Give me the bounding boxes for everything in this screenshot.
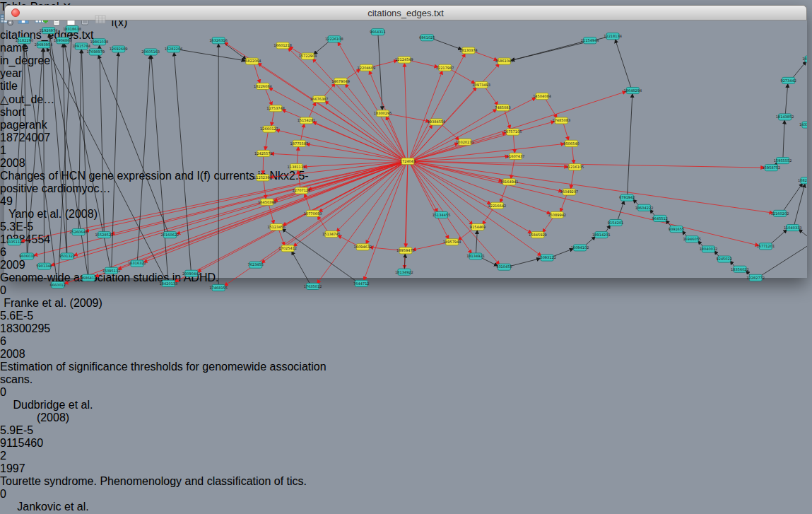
cell[interactable]: 9115460	[0, 437, 64, 450]
graph-node[interactable]: 16771201	[756, 243, 775, 250]
graph-node[interactable]: 18914201	[592, 232, 611, 238]
graph-node[interactable]: 9645512	[652, 215, 668, 221]
cell[interactable]: 2	[0, 450, 67, 462]
graph-node[interactable]: 17635012	[304, 283, 322, 289]
graph-node[interactable]: 14314412	[799, 122, 807, 128]
graph-node[interactable]: 16094102	[571, 245, 589, 251]
cell[interactable]: Estimation of significance thresholds fo…	[0, 361, 343, 386]
graph-node[interactable]: 18130374	[459, 47, 478, 54]
minimize-window-button[interactable]	[25, 8, 33, 17]
graph-node[interactable]: 6660012	[50, 281, 66, 288]
graph-node[interactable]: 16450398	[258, 199, 276, 205]
graph-node[interactable]: 5901344	[36, 263, 52, 269]
graph-node[interactable]: 10827115	[798, 177, 807, 184]
graph-node[interactable]: 11216105	[566, 164, 584, 170]
graph-node[interactable]: 15282206	[165, 46, 183, 52]
graph-node[interactable]: 15089942	[548, 211, 566, 218]
graph-node[interactable]: 10770693	[304, 210, 322, 216]
cell[interactable]: 0	[0, 488, 62, 501]
graph-node[interactable]: 9664311	[370, 29, 385, 35]
graph-node[interactable]: 7485083	[495, 105, 510, 111]
graph-node[interactable]: 21154944	[581, 37, 599, 44]
graph-node[interactable]: 9310455	[496, 264, 512, 270]
graph-node[interactable]: 16094632	[353, 244, 372, 250]
cell[interactable]: Franke et al. (2009)	[0, 297, 106, 310]
graph-node[interactable]: 16948214	[802, 56, 807, 62]
graph-node[interactable]: 12204609	[358, 64, 376, 71]
graph-node[interactable]: 12282772	[746, 274, 765, 281]
graph-node[interactable]: 17468155	[209, 284, 228, 291]
graph-node[interactable]: 18164941	[500, 179, 519, 185]
graph-node[interactable]: 12160202	[771, 210, 789, 216]
graph-node[interactable]: 16049207	[560, 189, 579, 195]
graph-node[interactable]: 18134921	[466, 253, 485, 259]
network-canvas[interactable]: 1724043121245491221798710973493748508316…	[4, 21, 807, 292]
cell[interactable]: 2008	[0, 348, 57, 361]
graph-node[interactable]: 16904860	[54, 37, 72, 44]
graph-node[interactable]: 15095132	[102, 267, 121, 274]
graph-node[interactable]: 9606033	[19, 253, 35, 259]
graph-node[interactable]: 12216642	[488, 202, 506, 209]
graph-node[interactable]: 15134455	[433, 211, 451, 218]
graph-node[interactable]: 11040333	[784, 225, 802, 231]
network-view[interactable]: 1724043121245491221798710973493748508316…	[4, 21, 807, 295]
graph-node[interactable]: 9335112	[6, 239, 22, 245]
cell[interactable]: 5.6E-5	[0, 310, 83, 322]
graph-node[interactable]: 9273442	[780, 77, 796, 83]
graph-node[interactable]: 18300295	[374, 110, 392, 117]
graph-node[interactable]: 15093122	[538, 255, 556, 261]
graph-node[interactable]: 11252394	[254, 175, 272, 181]
cell[interactable]: Dudbridge et al. (2008)	[0, 399, 106, 424]
graph-node[interactable]: 9154201	[608, 219, 623, 226]
graph-node[interactable]: 18318638	[63, 26, 81, 33]
graph-node[interactable]: 20160622	[161, 232, 180, 238]
graph-node[interactable]: 18915784	[72, 43, 90, 49]
graph-node[interactable]: 16676387	[310, 96, 329, 103]
graph-node[interactable]: 16757105	[504, 129, 522, 135]
graph-node[interactable]: 18226084	[254, 83, 272, 89]
cell[interactable]: Tourette syndrome. Phenomenology and cla…	[0, 475, 343, 488]
graph-node[interactable]: 14957944	[443, 239, 461, 245]
graph-node[interactable]: 17485083	[552, 117, 570, 124]
graph-node[interactable]: 16326316	[209, 37, 228, 44]
graph-node[interactable]: 12226108	[325, 36, 343, 42]
graph-node[interactable]: 11607437	[507, 153, 525, 159]
graph-node[interactable]: 15123456	[267, 224, 286, 230]
zoom-window-button[interactable]	[38, 8, 47, 17]
cell[interactable]: 0	[0, 386, 62, 399]
graph-node[interactable]: 1724043	[400, 158, 416, 165]
graph-node[interactable]: 18356022	[731, 266, 749, 272]
graph-node[interactable]: 18040012	[700, 246, 718, 252]
cell[interactable]: 5.9E-5	[0, 424, 83, 437]
graph-node[interactable]: 20090442	[182, 270, 201, 276]
graph-node[interactable]: 21926974	[40, 28, 58, 34]
graph-node[interactable]: 15134745	[322, 231, 341, 238]
graph-node[interactable]: 16946055	[683, 236, 701, 243]
graph-node[interactable]: 10973493	[472, 81, 490, 88]
graph-node[interactable]: 9154469	[470, 224, 486, 230]
graph-node[interactable]: 9506540	[563, 140, 579, 146]
graph-node[interactable]: 17698979	[87, 49, 105, 55]
graph-node[interactable]: 18775587	[290, 140, 309, 146]
graph-node[interactable]: 16316322	[128, 260, 146, 267]
graph-node[interactable]: 14679049	[331, 78, 350, 84]
graph-node[interactable]: 18604222	[635, 204, 654, 211]
graph-node[interactable]: 15958752	[763, 165, 781, 171]
graph-node[interactable]: 12425572	[254, 150, 273, 156]
graph-node[interactable]: 9391655	[669, 226, 684, 233]
graph-node[interactable]: 7644712	[353, 280, 369, 286]
cell[interactable]: 6	[0, 335, 67, 348]
graph-node[interactable]: 10320231	[456, 139, 474, 145]
graph-node[interactable]: 9501322	[59, 253, 75, 259]
graph-node[interactable]: 20605163	[141, 49, 160, 55]
graph-node[interactable]: 11381111	[288, 164, 306, 170]
graph-node[interactable]: 12753748	[266, 105, 285, 112]
graph-node[interactable]: 18959473	[396, 247, 415, 254]
graph-node[interactable]: 12660127	[260, 126, 278, 132]
graph-node[interactable]: 18143852	[776, 114, 794, 120]
close-window-button[interactable]	[11, 8, 20, 17]
graph-node[interactable]: 19384554	[428, 119, 446, 125]
graph-node[interactable]: 15528522	[95, 232, 114, 238]
graph-node[interactable]: 18134922	[395, 269, 413, 275]
graph-node[interactable]: 6791942	[619, 194, 635, 201]
